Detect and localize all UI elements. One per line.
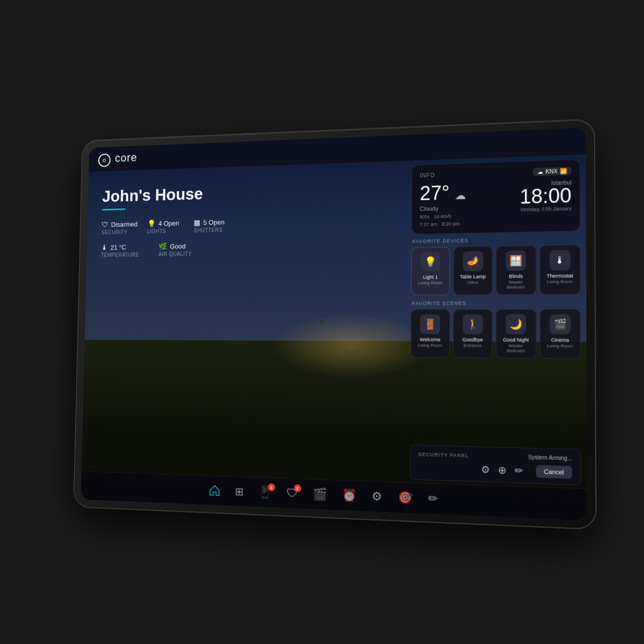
time-block: Istanbul 18:00 Monday, 27th January (519, 179, 571, 212)
nav-edit[interactable]: ✏ (428, 492, 438, 507)
light1-room: Living Room (415, 280, 446, 286)
sunrise-value: 7:37 am (420, 222, 437, 228)
goodbye-room: Entrance (457, 343, 488, 348)
security-group-icon[interactable]: ⊕ (497, 464, 506, 477)
tablelamp-name: Table Lamp (457, 274, 489, 280)
security-value: Disarmed (111, 220, 138, 228)
shutters-label: SHUTTERS (194, 227, 231, 233)
weather-block: 27° ☁ Cloudy 80% 18 km/h 7:37 am 8:20 pm (420, 182, 466, 227)
welcome-name: Welcome (414, 336, 445, 342)
cinema-icon: 🎬 (550, 314, 570, 334)
nav-grid[interactable]: ⊞ (235, 485, 244, 498)
blue-accent-line (102, 208, 126, 210)
scene-goodnight[interactable]: 🌙 Good Night Master Bedroom (496, 309, 536, 358)
shutters-icon: ▦ (194, 218, 200, 227)
camera-dot (320, 320, 324, 324)
scene-goodbye[interactable]: 🚶 Goodbye Entrance (453, 309, 493, 358)
favorite-devices-section: FAVORITE DEVICES 💡 Light 1 Living Room 🪔… (411, 236, 581, 295)
device-card-thermostat[interactable]: 🌡 Thermostat Living Room (539, 245, 580, 295)
goodnight-name: Good Night (500, 337, 532, 343)
knx-label: KNX (546, 168, 558, 174)
edit-icon: ✏ (428, 492, 438, 507)
nav-devices[interactable]: 📱 3 (258, 485, 272, 500)
security-status[interactable]: 🛡 Disarmed SECURITY (101, 220, 138, 236)
security-icon: 🛡 (101, 221, 108, 229)
goodnight-room: Master Bedroom (500, 343, 532, 353)
cinema-name: Cinema (544, 337, 576, 343)
status-grid: 🛡 Disarmed SECURITY 💡 4 Open LIGHTS ▦ (101, 217, 232, 235)
app-logo: o core (98, 151, 137, 167)
lights-label: LIGHTS (147, 228, 184, 235)
scene-cinema[interactable]: 🎬 Cinema Living Room (539, 309, 581, 359)
signal-icon: 📶 (560, 168, 567, 174)
devices-badge: 3 (268, 484, 275, 492)
house-glow (272, 313, 432, 379)
security-label: SECURITY (101, 229, 137, 236)
lights-status[interactable]: 💡 4 Open LIGHTS (147, 218, 184, 234)
thermostat-room: Living Room (544, 279, 576, 284)
date-display: Monday, 27th January (519, 206, 571, 213)
scenarios-icon: 🎯 (397, 491, 412, 506)
welcome-room: Living Room (414, 342, 445, 348)
humidity-value: 80% (420, 214, 429, 220)
device-card-light1[interactable]: 💡 Light 1 Living Room (411, 247, 450, 295)
air-quality-label: AIR QUALITY (158, 251, 192, 258)
blinds-name: Blinds (500, 273, 532, 280)
tablet-device: o core John's House 🛡 Disarmed SECURITY (74, 120, 595, 529)
temperature-value: 21 °C (111, 243, 126, 251)
temperature-icon: 🌡 (101, 243, 108, 251)
temp-value: 27° (420, 181, 450, 204)
cloud-icon-weather: ☁ (455, 189, 466, 201)
tablelamp-room: Office (457, 280, 489, 285)
tablelamp-icon: 🪔 (463, 251, 483, 271)
thermostat-name: Thermostat (544, 273, 576, 279)
media-icon: 🎬 (312, 487, 327, 502)
nav-security[interactable]: 🛡 2 (286, 486, 298, 501)
temperature-label: TEMPERATURE (101, 252, 140, 258)
light1-icon: 💡 (421, 252, 441, 272)
security-panel-label: SECURITY PANEL (418, 451, 469, 458)
system-arming-text: System Arming... (528, 454, 572, 462)
light1-name: Light 1 (415, 274, 446, 281)
nav-scenarios[interactable]: 🎯 (397, 491, 412, 506)
logo-circle: o (98, 153, 111, 167)
tablet-screen: o core John's House 🛡 Disarmed SECURITY (81, 128, 587, 520)
shutters-value: 5 Open (203, 218, 225, 226)
cancel-button[interactable]: Cancel (536, 465, 572, 479)
left-content-panel: John's House 🛡 Disarmed SECURITY 💡 4 Ope… (101, 184, 232, 258)
nav-settings[interactable]: ⚙ (371, 489, 382, 504)
home-icon (208, 484, 221, 497)
temperature-status[interactable]: 🌡 21 °C TEMPERATURE (101, 243, 140, 258)
devices-section-label: FAVORITE DEVICES (411, 236, 580, 244)
air-quality-value: Good (170, 242, 185, 250)
security-panel-popup: SECURITY PANEL System Arming... ⚙ ⊕ ✏ Ca… (410, 445, 581, 486)
security-pen-icon[interactable]: ✏ (514, 464, 523, 477)
nav-clock[interactable]: ⏰ (342, 488, 356, 503)
info-widget-label: INFO (420, 172, 435, 179)
clock-icon: ⏰ (342, 488, 356, 503)
lights-value: 4 Open (158, 219, 179, 227)
sunset-value: 8:20 pm (442, 221, 460, 227)
air-quality-status[interactable]: 🌿 Good AIR QUALITY (158, 241, 192, 257)
weather-meta: 80% 18 km/h (420, 213, 466, 219)
scenes-section-label: FAVORITE SCENES (411, 300, 581, 306)
scene-welcome[interactable]: 🚪 Welcome Living Room (411, 309, 450, 357)
device-card-blinds[interactable]: 🪟 Blinds Master Bedroom (496, 245, 536, 295)
temperature-main: 27° ☁ (420, 182, 466, 203)
security-icons-row: ⚙ ⊕ ✏ Cancel (418, 462, 572, 479)
right-panel: INFO ☁ KNX 📶 27° ☁ Cloudy (411, 159, 581, 364)
weather-condition: Cloudy (420, 204, 466, 212)
favorite-scenes-section: FAVORITE SCENES 🚪 Welcome Living Room 🚶 … (411, 300, 581, 359)
security-settings-icon[interactable]: ⚙ (481, 463, 490, 476)
shutters-status[interactable]: ▦ 5 Open SHUTTERS (194, 217, 232, 233)
app-name: core (115, 151, 137, 164)
lights-icon: 💡 (147, 219, 156, 228)
device-card-tablelamp[interactable]: 🪔 Table Lamp Office (453, 246, 493, 295)
time-display: 18:00 (519, 186, 571, 207)
knx-badge: ☁ KNX 📶 (533, 167, 571, 177)
goodbye-icon: 🚶 (463, 314, 483, 334)
settings-icon: ⚙ (371, 489, 382, 504)
scenes-grid: 🚪 Welcome Living Room 🚶 Goodbye Entrance… (411, 309, 581, 359)
nav-media[interactable]: 🎬 (312, 487, 327, 502)
nav-home[interactable] (208, 484, 221, 497)
